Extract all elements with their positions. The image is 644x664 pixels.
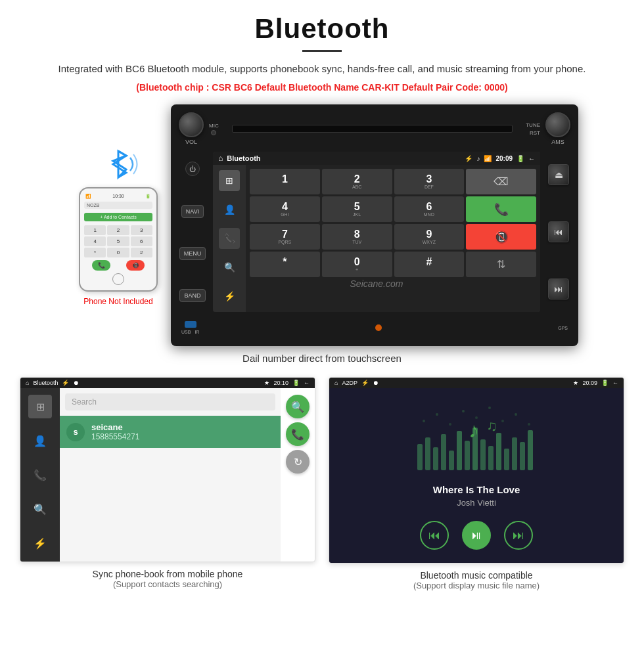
key-backspace[interactable]: ⌫ xyxy=(466,169,536,194)
key-6[interactable]: 6MNO xyxy=(394,196,465,222)
phone-key-6[interactable]: 6 xyxy=(131,236,152,246)
phone-key-star[interactable]: * xyxy=(84,248,106,257)
sidebar-phone-icon[interactable]: 📞 xyxy=(219,228,240,249)
pb-sidebar-search[interactable]: 🔍 xyxy=(28,497,52,521)
phone-call-reject[interactable]: 📵 xyxy=(126,260,145,271)
phone-key-4[interactable]: 4 xyxy=(84,236,106,246)
vol-knob[interactable] xyxy=(179,112,204,137)
pb-contact-name: seicane xyxy=(91,422,274,432)
music-song-title: Where Is The Love xyxy=(433,484,520,495)
music-signal: ★ xyxy=(573,380,578,386)
phone-add-contacts[interactable]: + Add to Contacts xyxy=(84,213,152,221)
phone-key-5[interactable]: 5 xyxy=(107,236,129,246)
tune-label: TUNE xyxy=(526,122,540,128)
phone-call-accept[interactable]: 📞 xyxy=(92,260,110,271)
svg-point-0 xyxy=(423,420,425,422)
pb-record-icon: ⏺ xyxy=(73,380,79,386)
svg-rect-19 xyxy=(496,433,501,470)
pb-sidebar-contacts[interactable]: 👤 xyxy=(28,429,52,453)
status-time: 20:09 xyxy=(495,155,513,162)
pb-call-action-btn[interactable]: 📞 xyxy=(286,422,310,446)
key-call-reject[interactable]: 📵 xyxy=(466,224,536,250)
mic-port xyxy=(211,130,216,135)
svg-point-7 xyxy=(515,413,517,416)
pb-search-action-btn[interactable]: 🔍 xyxy=(286,395,310,418)
power-button[interactable]: ⏻ xyxy=(185,162,200,176)
sidebar-bluetooth-icon[interactable]: ⚡ xyxy=(219,286,240,307)
pb-signal-icon: ★ xyxy=(264,380,269,386)
music-status-title: A2DP xyxy=(342,380,357,386)
pb-time: 20:10 xyxy=(273,380,288,386)
sidebar-grid-icon[interactable]: ⊞ xyxy=(219,170,240,191)
key-9[interactable]: 9WXYZ xyxy=(394,224,465,250)
phone-key-0[interactable]: 0 xyxy=(107,248,129,257)
band-button[interactable]: BAND xyxy=(179,289,205,302)
page-title: Bluetooth xyxy=(20,13,624,45)
music-artist-name: Josh Vietti xyxy=(457,498,496,508)
tune-knob[interactable] xyxy=(545,112,570,137)
svg-point-8 xyxy=(528,423,530,426)
music-player-main: ♪ ♫ Where Is The Love Josh Vietti ⏮ ⏯ ⏭ xyxy=(329,388,624,563)
pb-sidebar-phone[interactable]: 📞 xyxy=(28,463,52,487)
sidebar-search-icon[interactable]: 🔍 xyxy=(219,257,240,278)
key-3[interactable]: 3DEF xyxy=(394,169,465,194)
key-star[interactable]: * xyxy=(250,252,320,277)
bluetooth-signal-icon xyxy=(99,144,138,184)
next-track-button[interactable]: ⏭ xyxy=(548,278,569,299)
gps-label: GPS xyxy=(558,326,568,330)
key-5[interactable]: 5JKL xyxy=(322,196,392,222)
svg-rect-18 xyxy=(488,446,494,470)
radio-right-panel: ⏏ ⏮ ⏭ xyxy=(544,149,573,315)
key-2[interactable]: 2ABC xyxy=(322,169,392,194)
radio-screen[interactable]: ⌂ Bluetooth ⚡ ♪ 📶 20:09 🔋 ← xyxy=(213,152,540,312)
phone-key-1[interactable]: 1 xyxy=(84,225,106,235)
music-back-icon[interactable]: ← xyxy=(612,380,618,386)
key-action[interactable]: ⇅ xyxy=(466,252,536,277)
key-call-accept[interactable]: 📞 xyxy=(466,196,536,222)
menu-button[interactable]: MENU xyxy=(179,247,206,260)
music-caption-main: Bluetooth music compatible xyxy=(413,570,540,581)
key-7[interactable]: 7PQRS xyxy=(250,224,320,250)
home-icon[interactable]: ⌂ xyxy=(218,154,223,163)
pb-contact-row[interactable]: s seicane 15885554271 xyxy=(60,416,281,448)
sidebar-contacts-icon[interactable]: 👤 xyxy=(219,199,240,220)
phone-address-bar: NOZB xyxy=(84,202,152,209)
music-home-icon[interactable]: ⌂ xyxy=(334,380,338,386)
key-8[interactable]: 8TUV xyxy=(322,224,392,250)
navi-button[interactable]: NAVI xyxy=(181,205,204,218)
key-0[interactable]: 0+ xyxy=(322,252,392,277)
svg-rect-10 xyxy=(425,437,430,470)
phone-key-2[interactable]: 2 xyxy=(107,225,129,235)
key-1[interactable]: 1 xyxy=(250,169,320,194)
pb-search-bar[interactable]: Search xyxy=(65,393,275,410)
svg-rect-13 xyxy=(449,451,454,470)
header-specs: (Bluetooth chip : CSR BC6 Default Blueto… xyxy=(20,82,624,93)
music-play-button[interactable]: ⏯ xyxy=(462,521,491,550)
pb-home-icon[interactable]: ⌂ xyxy=(26,380,29,386)
pb-sidebar-grid[interactable]: ⊞ xyxy=(28,395,52,418)
android-status-bar: ⌂ Bluetooth ⚡ ♪ 📶 20:09 🔋 ← xyxy=(213,152,540,165)
key-4[interactable]: 4GHI xyxy=(250,196,320,222)
phonebook-screenshot-frame: ⌂ Bluetooth ⚡ ⏺ ★ 20:10 🔋 ← ⊞ 👤 xyxy=(20,377,315,562)
phone-key-3[interactable]: 3 xyxy=(131,225,152,235)
battery-icon: 🔋 xyxy=(517,155,524,162)
eject-button[interactable]: ⏏ xyxy=(548,164,569,185)
pb-sidebar-bt[interactable]: ⚡ xyxy=(28,531,52,555)
svg-rect-23 xyxy=(528,430,533,470)
radio-left-panel: ⏻ NAVI MENU BAND xyxy=(176,149,209,315)
main-section: 📶 10:30 🔋 NOZB + Add to Contacts 1 2 3 4… xyxy=(20,104,624,346)
back-icon[interactable]: ← xyxy=(528,155,535,162)
key-hash[interactable]: # xyxy=(394,252,465,277)
phone-key-hash[interactable]: # xyxy=(131,248,152,257)
prev-track-button[interactable]: ⏮ xyxy=(548,221,569,242)
pb-bt-icon: ⚡ xyxy=(62,380,69,386)
rst-label: RST xyxy=(530,130,540,136)
phone-home-button[interactable] xyxy=(112,273,124,285)
pb-sync-action-btn[interactable]: ↻ xyxy=(286,450,310,474)
pb-back-icon[interactable]: ← xyxy=(304,380,310,386)
status-bar-title: Bluetooth xyxy=(227,154,461,162)
pb-status-bar: ⌂ Bluetooth ⚡ ⏺ ★ 20:10 🔋 ← xyxy=(20,378,315,388)
music-prev-button[interactable]: ⏮ xyxy=(420,521,449,550)
music-next-button[interactable]: ⏭ xyxy=(504,521,533,550)
phonebook-caption-sub: (Support contacts searching) xyxy=(93,579,243,589)
